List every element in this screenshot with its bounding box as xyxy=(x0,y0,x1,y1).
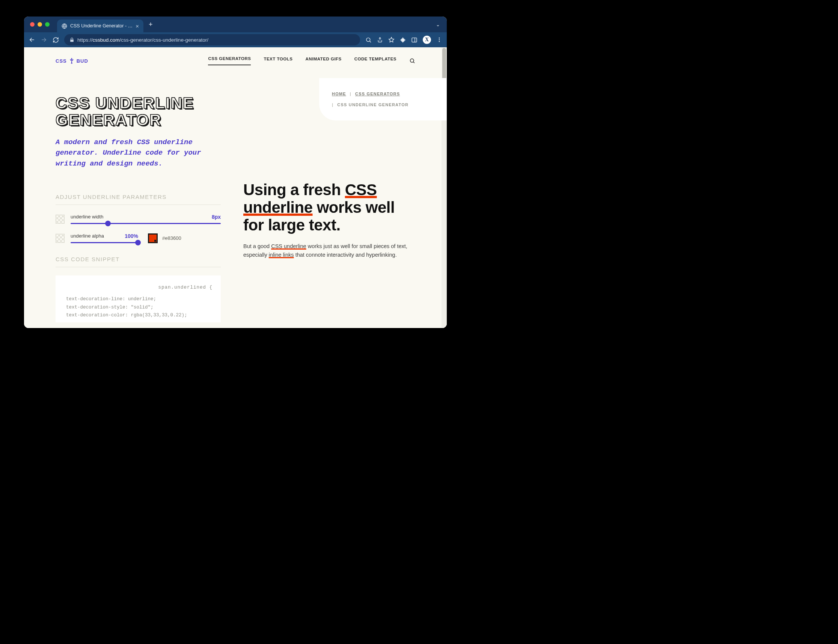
breadcrumb: HOME | CSS GENERATORS | CSS UNDERLINE GE… xyxy=(319,78,447,120)
kebab-menu-icon[interactable] xyxy=(436,37,442,43)
svg-point-4 xyxy=(439,39,440,41)
alpha-label: underline alpha xyxy=(71,233,104,239)
page-title: CSS UNDERLINE GENERATOR xyxy=(56,95,221,129)
minimize-window-button[interactable] xyxy=(38,22,42,27)
breadcrumb-sep: | xyxy=(332,99,333,110)
demo-underlined-3: inline links xyxy=(269,252,294,258)
content: CSS UNDERLINE GENERATOR A modern and fre… xyxy=(24,72,447,322)
svg-point-5 xyxy=(439,41,440,42)
snippet-line-1: text-decoration-line: underline; xyxy=(66,295,212,303)
code-snippet[interactable]: span.underlined { text-decoration-line: … xyxy=(56,276,221,322)
address-bar: https://cssbud.com/css-generator/css-und… xyxy=(24,32,447,47)
lock-icon xyxy=(69,38,74,43)
site-header: CSS BUD CSS GENERATORS TEXT TOOLS ANIMAT… xyxy=(24,47,447,72)
close-window-button[interactable] xyxy=(30,22,35,27)
scrollbar-thumb[interactable] xyxy=(442,48,446,82)
close-tab-button[interactable]: × xyxy=(135,23,139,29)
window-controls xyxy=(28,22,53,27)
new-tab-button[interactable]: + xyxy=(149,21,153,28)
breadcrumb-current: CSS UNDERLINE GENERATOR xyxy=(337,99,408,110)
share-icon[interactable] xyxy=(377,37,383,43)
nav-animated-gifs[interactable]: ANIMATED GIFS xyxy=(305,57,341,65)
color-swatch[interactable] xyxy=(148,233,158,243)
snippet-section-label: CSS CODE SNIPPET xyxy=(56,256,221,267)
left-column: CSS UNDERLINE GENERATOR A modern and fre… xyxy=(56,95,221,322)
width-label: underline width xyxy=(71,214,103,220)
extensions-icon[interactable] xyxy=(400,37,406,43)
url-field[interactable]: https://cssbud.com/css-generator/css-und… xyxy=(64,34,360,45)
tab-bar: CSS Underline Generator - CSS × + ⌄ xyxy=(24,16,447,32)
width-slider-knob[interactable] xyxy=(105,221,111,226)
back-button[interactable] xyxy=(28,36,35,43)
search-icon[interactable] xyxy=(409,58,415,64)
page-subtitle: A modern and fresh CSS underline generat… xyxy=(56,137,221,169)
alpha-slider-knob[interactable] xyxy=(135,240,141,245)
browser-tab[interactable]: CSS Underline Generator - CSS × xyxy=(57,20,143,32)
breadcrumb-css-generators[interactable]: CSS GENERATORS xyxy=(355,89,400,99)
nav-css-generators[interactable]: CSS GENERATORS xyxy=(208,56,251,65)
breadcrumb-home[interactable]: HOME xyxy=(332,89,346,99)
site-logo[interactable]: CSS BUD xyxy=(56,58,88,64)
forward-button[interactable] xyxy=(41,36,47,43)
chevron-down-icon[interactable]: ⌄ xyxy=(436,22,443,27)
page-viewport: CSS BUD CSS GENERATORS TEXT TOOLS ANIMAT… xyxy=(24,47,447,328)
maximize-window-button[interactable] xyxy=(45,22,49,27)
right-column: HOME | CSS GENERATORS | CSS UNDERLINE GE… xyxy=(243,95,415,322)
expand-icon xyxy=(56,215,64,223)
svg-point-6 xyxy=(410,59,414,62)
bookmark-star-icon[interactable] xyxy=(388,37,395,43)
zoom-icon[interactable] xyxy=(365,37,372,43)
tab-title: CSS Underline Generator - CSS xyxy=(70,23,133,28)
nav-text-tools[interactable]: TEXT TOOLS xyxy=(263,57,293,65)
demo-paragraph: But a good CSS underline works just as w… xyxy=(243,242,415,259)
svg-rect-2 xyxy=(412,38,417,42)
profile-avatar[interactable]: X xyxy=(423,36,431,44)
svg-point-3 xyxy=(439,38,440,39)
snippet-line-3: text-decoration-color: rgba(33,33,33,0.2… xyxy=(66,312,212,319)
width-value: 8px xyxy=(212,214,221,220)
snippet-line-2: text-decoration-style: "solid"; xyxy=(66,304,212,312)
demo-underlined-2: CSS underline xyxy=(271,243,306,249)
params-section-label: ADJUST UNDERLINE PARAMETERS xyxy=(56,194,221,205)
tulip-icon xyxy=(69,58,74,64)
main-nav: CSS GENERATORS TEXT TOOLS ANIMATED GIFS … xyxy=(208,56,415,65)
alpha-slider[interactable] xyxy=(71,242,138,243)
panel-icon[interactable] xyxy=(411,37,418,43)
browser-window: CSS Underline Generator - CSS × + ⌄ http… xyxy=(24,16,447,328)
width-slider[interactable] xyxy=(71,223,221,224)
logo-text-left: CSS xyxy=(56,58,67,64)
breadcrumb-sep: | xyxy=(350,89,351,99)
param-underline-width: underline width 8px xyxy=(56,214,221,224)
url-text: https://cssbud.com/css-generator/css-und… xyxy=(77,37,208,43)
snippet-selector: span.underlined { xyxy=(64,284,212,292)
demo-heading: Using a fresh CSS underline works well f… xyxy=(243,181,415,234)
globe-icon xyxy=(62,23,67,29)
param-underline-alpha: underline alpha 100% #e83600 xyxy=(56,233,221,243)
nav-code-templates[interactable]: CODE TEMPLATES xyxy=(354,57,397,65)
reload-button[interactable] xyxy=(53,37,59,43)
color-hex: #e83600 xyxy=(162,235,181,241)
alpha-icon xyxy=(56,234,64,243)
svg-point-1 xyxy=(366,38,370,41)
logo-text-right: BUD xyxy=(77,58,88,64)
alpha-value: 100% xyxy=(125,233,138,239)
